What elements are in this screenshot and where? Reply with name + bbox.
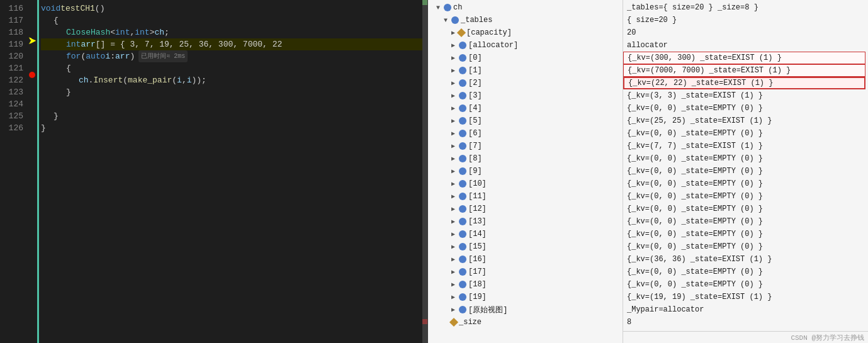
value-text-12: {_kv=(0, 0) _state=EMPTY (0) } — [627, 154, 763, 163]
tree-item-5[interactable]: ▶ [5] — [428, 115, 623, 127]
tree-arrow-20: ▶ — [449, 306, 457, 313]
tree-item-2[interactable]: ▶ [2] — [428, 77, 623, 89]
code-scrollbar[interactable] — [422, 0, 427, 343]
tree-item-9[interactable]: ▶ [9] — [428, 165, 623, 177]
values-container: _tables={ size=20 } _size=8 }{ size=20 }… — [623, 1, 868, 329]
value-item-4: {_kv=(300, 300) _state=EXIST (1) } — [623, 52, 865, 64]
tree-arrow-13: ▶ — [449, 218, 457, 225]
value-item-21: {_kv=(0, 0) _state=EMPTY (0) } — [623, 266, 868, 278]
code-line-119: int arr[] = { 3, 7, 19, 25, 36, 300, 700… — [41, 38, 422, 50]
db-icon-8 — [459, 155, 466, 162]
value-item-23: {_kv=(19, 19) _state=EXIST (1) } — [623, 291, 868, 303]
value-text-22: {_kv=(0, 0) _state=EMPTY (0) } — [627, 280, 763, 289]
value-text-10: {_kv=(0, 0) _state=EMPTY (0) } — [627, 129, 763, 138]
value-item-10: {_kv=(0, 0) _state=EMPTY (0) } — [623, 127, 868, 140]
tree-label-0: [0] — [468, 53, 482, 62]
db-icon-15 — [459, 243, 466, 250]
tree-label-11: [11] — [468, 192, 487, 201]
tree-item-14[interactable]: ▶ [14] — [428, 228, 623, 240]
tree-arrow-ch: ▼ — [434, 4, 442, 11]
code-line-126: } — [41, 122, 422, 134]
value-text-24: _Mypair=allocator — [627, 305, 704, 314]
breakpoint-dot — [29, 72, 35, 78]
tree-item-3[interactable]: ▶ [3] — [428, 89, 623, 102]
value-text-25: 8 — [627, 318, 631, 327]
tree-item-6[interactable]: ▶ [6] — [428, 127, 623, 140]
value-item-2: 20 — [623, 26, 868, 39]
db-icon-19 — [459, 293, 466, 301]
diamond-icon-size — [449, 318, 458, 327]
tree-arrow-capacity: ▶ — [449, 29, 457, 37]
timing-badge: 已用时间≈ 2ms — [138, 50, 188, 62]
tree-label-ch: ch — [453, 3, 462, 12]
tree-arrow-7: ▶ — [449, 142, 457, 150]
tree-item-size[interactable]: _size — [428, 316, 623, 329]
db-icon-17 — [459, 268, 466, 276]
db-icon-3 — [459, 92, 466, 99]
tree-item-10[interactable]: ▶ [10] — [428, 177, 623, 190]
value-item-3: allocator — [623, 39, 868, 52]
tree-item-allocator[interactable]: ▶ [allocator] — [428, 39, 623, 52]
tree-item-12[interactable]: ▶ [12] — [428, 203, 623, 215]
tree-label-15: [15] — [468, 242, 487, 251]
tree-item-7[interactable]: ▶ [7] — [428, 140, 623, 152]
value-text-19: {_kv=(0, 0) _state=EMPTY (0) } — [627, 242, 763, 251]
tree-item-17[interactable]: ▶ [17] — [428, 266, 623, 278]
scrollbar-thumb-bottom — [422, 319, 427, 324]
db-icon-18 — [459, 281, 466, 288]
tree-label-10: [10] — [468, 179, 487, 188]
tree-rows-container: ▶ [0]▶ [1]▶ [2]▶ [3]▶ [4]▶ [5]▶ [6]▶ [7]… — [428, 52, 623, 316]
tree-item-13[interactable]: ▶ [13] — [428, 215, 623, 228]
value-item-9: {_kv=(25, 25) _state=EXIST (1) } — [623, 115, 868, 127]
value-text-20: {_kv=(36, 36) _state=EXIST (1) } — [627, 255, 772, 264]
tree-item-16[interactable]: ▶ [16] — [428, 253, 623, 266]
tree-arrow-2: ▶ — [449, 79, 457, 87]
tree-arrow-18: ▶ — [449, 281, 457, 288]
code-line-122: ch.Insert(make_pair(i, i)); — [41, 74, 422, 86]
db-icon-5 — [459, 117, 466, 125]
tree-item-ch[interactable]: ▼ ch — [428, 1, 623, 14]
tree-label-8: [8] — [468, 154, 482, 163]
tree-arrow-15: ▶ — [449, 243, 457, 250]
value-item-11: {_kv=(7, 7) _state=EXIST (1) } — [623, 140, 868, 152]
code-content: void testCH1() { CloseHash<int, int> ch;… — [38, 0, 422, 343]
db-icon-0 — [459, 54, 466, 62]
tree-label-5: [5] — [468, 116, 482, 125]
db-icon-tables — [451, 16, 459, 24]
code-editor: 116 117 118 119 120 121 122 123 124 125 … — [0, 0, 428, 343]
value-text-18: {_kv=(0, 0) _state=EMPTY (0) } — [627, 230, 763, 239]
tree-item-0[interactable]: ▶ [0] — [428, 52, 623, 64]
tree-item-18[interactable]: ▶ [18] — [428, 278, 623, 291]
tree-label-13: [13] — [468, 217, 487, 226]
db-icon-7 — [459, 142, 466, 150]
tree-label-12: [12] — [468, 205, 487, 213]
tree-arrow-3: ▶ — [449, 92, 457, 99]
tree-label-1: [1] — [468, 66, 482, 75]
tree-item-15[interactable]: ▶ [15] — [428, 240, 623, 253]
tree-label-7: [7] — [468, 142, 482, 150]
value-item-13: {_kv=(0, 0) _state=EMPTY (0) } — [623, 165, 868, 177]
tree-arrow-size — [442, 318, 449, 326]
db-icon-6 — [459, 130, 466, 137]
tree-label-capacity: [capacity] — [466, 28, 512, 37]
code-line-120: for (auto i : arr) 已用时间≈ 2ms — [41, 50, 422, 62]
value-item-18: {_kv=(0, 0) _state=EMPTY (0) } — [623, 228, 868, 240]
tree-item-8[interactable]: ▶ [8] — [428, 152, 623, 165]
db-icon-ch — [444, 4, 451, 11]
db-icon-16 — [459, 256, 466, 263]
tree-item-20[interactable]: ▶ [原始视图] — [428, 303, 623, 316]
tree-item-19[interactable]: ▶ [19] — [428, 291, 623, 303]
tree-label-tables: _tables — [461, 16, 492, 25]
tree-arrow-5: ▶ — [449, 117, 457, 125]
value-text-2: 20 — [627, 28, 636, 37]
value-item-19: {_kv=(0, 0) _state=EMPTY (0) } — [623, 240, 868, 253]
tree-item-capacity[interactable]: ▶ [capacity] — [428, 26, 623, 39]
value-item-12: {_kv=(0, 0) _state=EMPTY (0) } — [623, 152, 868, 165]
value-item-17: {_kv=(0, 0) _state=EMPTY (0) } — [623, 215, 868, 228]
tree-item-4[interactable]: ▶ [4] — [428, 102, 623, 115]
tree-label-20: [原始视图] — [468, 305, 507, 315]
tree-item-tables[interactable]: ▼ _tables — [428, 14, 623, 26]
tree-item-11[interactable]: ▶ [11] — [428, 190, 623, 203]
tree-item-1[interactable]: ▶ [1] — [428, 64, 623, 77]
tree-arrow-12: ▶ — [449, 205, 457, 213]
